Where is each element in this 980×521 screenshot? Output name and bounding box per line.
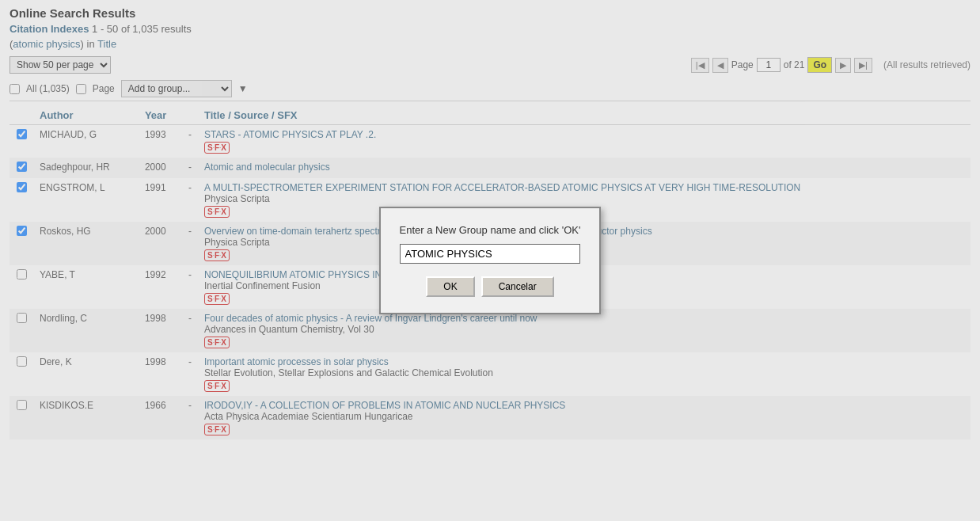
modal-box: Enter a New Group name and click 'OK' OK… [379, 207, 602, 314]
modal-group-name-input[interactable] [400, 244, 581, 264]
modal-buttons: OK Cancelar [400, 276, 581, 297]
modal-ok-button[interactable]: OK [426, 276, 474, 297]
modal-overlay: Enter a New Group name and click 'OK' OK… [0, 0, 980, 446]
modal-message: Enter a New Group name and click 'OK' [400, 224, 581, 236]
modal-cancel-button[interactable]: Cancelar [481, 276, 554, 297]
